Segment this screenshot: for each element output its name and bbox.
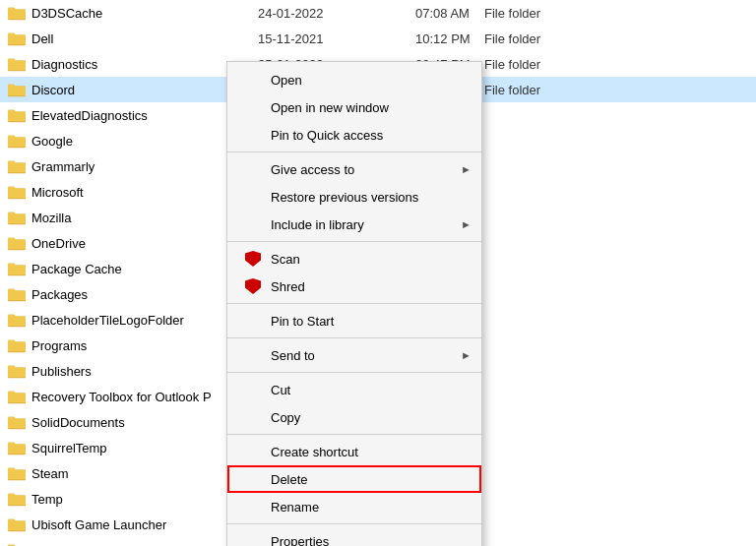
folder-icon bbox=[8, 541, 26, 546]
menu-item-shred[interactable]: Shred bbox=[227, 273, 481, 300]
svg-rect-53 bbox=[8, 444, 26, 454]
shield-icon bbox=[243, 278, 263, 294]
folder-icon bbox=[8, 183, 26, 201]
file-name: OneDrive bbox=[32, 236, 258, 251]
menu-item-copy[interactable]: Copy bbox=[227, 403, 481, 431]
file-name: Discord bbox=[32, 83, 258, 97]
menu-item-label: Scan bbox=[271, 252, 466, 267]
file-name: ElevatedDiagnostics bbox=[32, 108, 258, 123]
folder-icon bbox=[8, 260, 26, 277]
menu-item-restore[interactable]: Restore previous versions bbox=[227, 183, 481, 211]
menu-item-label: Create shortcut bbox=[271, 445, 466, 459]
svg-rect-56 bbox=[8, 469, 26, 479]
folder-icon bbox=[8, 30, 26, 47]
file-name: Dell bbox=[32, 31, 258, 46]
file-name: Packages bbox=[32, 287, 258, 302]
file-row[interactable]: Dell 15-11-202110:12 PMFile folder bbox=[0, 26, 756, 51]
menu-separator bbox=[227, 523, 481, 524]
folder-icon bbox=[8, 4, 26, 22]
svg-rect-29 bbox=[8, 239, 26, 249]
file-name: Mozilla bbox=[32, 211, 258, 225]
context-menu[interactable]: OpenOpen in new windowPin to Quick acces… bbox=[226, 61, 482, 546]
menu-item-label: Pin to Quick access bbox=[271, 128, 466, 143]
svg-rect-20 bbox=[8, 162, 26, 172]
svg-rect-44 bbox=[8, 367, 26, 377]
file-name: Package Cache bbox=[32, 262, 258, 276]
svg-rect-14 bbox=[8, 111, 26, 121]
folder-icon bbox=[8, 336, 26, 354]
svg-rect-2 bbox=[8, 9, 26, 19]
folder-icon bbox=[8, 516, 26, 533]
menu-item-pin-start[interactable]: Pin to Start bbox=[227, 307, 481, 334]
svg-rect-38 bbox=[8, 316, 26, 326]
file-row[interactable]: D3DSCache 24-01-202207:08 AMFile folder bbox=[0, 0, 756, 26]
file-name: Google bbox=[32, 134, 258, 149]
menu-item-cut[interactable]: Cut bbox=[227, 376, 481, 403]
submenu-arrow: ► bbox=[461, 218, 472, 230]
menu-item-label: Shred bbox=[271, 279, 466, 294]
svg-rect-62 bbox=[8, 520, 26, 530]
folder-icon bbox=[8, 413, 26, 431]
menu-item-open-new[interactable]: Open in new window bbox=[227, 93, 481, 121]
menu-item-include[interactable]: Include in library► bbox=[227, 211, 481, 238]
menu-item-give-access[interactable]: Give access to► bbox=[227, 155, 481, 183]
file-name: Recovery Toolbox for Outlook P bbox=[32, 390, 258, 404]
file-name: Steam bbox=[32, 466, 258, 481]
folder-icon bbox=[8, 388, 26, 405]
menu-item-label: Include in library bbox=[271, 217, 466, 232]
menu-item-send-to[interactable]: Send to► bbox=[227, 341, 481, 369]
svg-rect-59 bbox=[8, 495, 26, 505]
svg-rect-23 bbox=[8, 188, 26, 198]
explorer-window: D3DSCache 24-01-202207:08 AMFile folder … bbox=[0, 0, 756, 546]
menu-item-pin-quick[interactable]: Pin to Quick access bbox=[227, 121, 481, 149]
folder-icon bbox=[8, 311, 26, 329]
menu-item-delete[interactable]: Delete bbox=[227, 465, 481, 493]
menu-item-label: Cut bbox=[271, 383, 466, 397]
svg-rect-11 bbox=[8, 86, 26, 95]
file-name: Diagnostics bbox=[32, 57, 258, 72]
menu-item-label: Open in new window bbox=[271, 100, 466, 115]
submenu-arrow: ► bbox=[461, 349, 472, 361]
menu-item-scan[interactable]: Scan bbox=[227, 245, 481, 273]
svg-rect-50 bbox=[8, 418, 26, 428]
menu-item-label: Open bbox=[271, 73, 466, 88]
folder-icon bbox=[8, 106, 26, 124]
svg-rect-17 bbox=[8, 137, 26, 147]
svg-rect-5 bbox=[8, 34, 26, 44]
file-name: Microsoft bbox=[32, 185, 258, 200]
folder-icon bbox=[8, 81, 26, 98]
menu-separator bbox=[227, 337, 481, 338]
menu-separator bbox=[227, 434, 481, 435]
menu-item-label: Send to bbox=[271, 348, 466, 363]
folder-icon bbox=[8, 157, 26, 175]
file-name: Publishers bbox=[32, 364, 258, 379]
folder-icon bbox=[8, 55, 26, 73]
folder-icon bbox=[8, 490, 26, 508]
svg-rect-41 bbox=[8, 341, 26, 351]
menu-item-label: Restore previous versions bbox=[271, 190, 466, 205]
svg-rect-32 bbox=[8, 265, 26, 274]
menu-separator bbox=[227, 152, 481, 152]
menu-item-label: Give access to bbox=[271, 162, 466, 177]
menu-item-open[interactable]: Open bbox=[227, 66, 481, 93]
menu-item-create-shortcut[interactable]: Create shortcut bbox=[227, 438, 481, 465]
menu-item-rename[interactable]: Rename bbox=[227, 493, 481, 520]
menu-item-label: Properties bbox=[271, 534, 466, 547]
menu-item-properties[interactable]: Properties bbox=[227, 527, 481, 546]
folder-icon bbox=[8, 464, 26, 482]
folder-icon bbox=[8, 362, 26, 380]
file-name: VirtualStore bbox=[32, 543, 258, 547]
file-name: SolidDocuments bbox=[32, 415, 258, 430]
menu-item-label: Delete bbox=[271, 472, 466, 487]
svg-rect-8 bbox=[8, 60, 26, 70]
file-name: PlaceholderTileLogoFolder bbox=[32, 313, 258, 328]
folder-icon bbox=[8, 439, 26, 456]
menu-item-label: Rename bbox=[271, 500, 466, 515]
file-name: D3DSCache bbox=[32, 6, 258, 21]
file-name: Temp bbox=[32, 492, 258, 507]
folder-icon bbox=[8, 234, 26, 252]
folder-icon bbox=[8, 132, 26, 150]
shield-icon bbox=[243, 251, 263, 267]
folder-icon bbox=[8, 285, 26, 303]
menu-separator bbox=[227, 372, 481, 373]
